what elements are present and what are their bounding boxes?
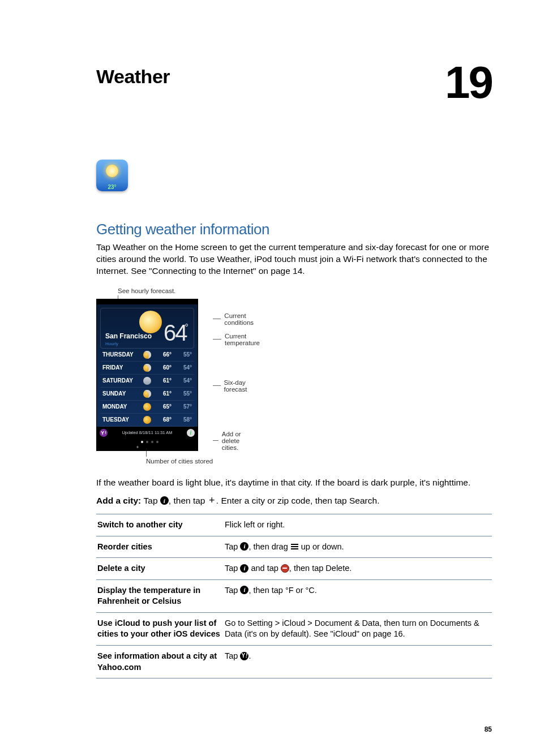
task-name: Display the temperature in Fahrenheit or… <box>96 579 224 612</box>
forecast-day: MONDAY <box>102 403 136 410</box>
current-temperature: 64° <box>164 320 189 346</box>
yahoo-icon: Y <box>240 652 248 660</box>
forecast-low: 55° <box>178 351 192 358</box>
app-icon-temp: 23° <box>96 184 128 190</box>
updated-timestamp: Updated 8/18/11 11:31 AM <box>108 430 187 435</box>
task-name: Reorder cities <box>96 536 224 558</box>
forecast-high: 61° <box>158 377 172 384</box>
section-heading: Getting weather information <box>96 221 492 238</box>
task-instruction: Tap Y. <box>224 645 492 678</box>
forecast-row: MONDAY65°57° <box>100 401 194 414</box>
task-name: Switch to another city <box>96 514 224 536</box>
task-instruction: Tap i, then drag up or down. <box>224 536 492 558</box>
daytime-nighttime-note: If the weather board is light blue, it's… <box>96 476 492 489</box>
forecast-high: 66° <box>158 351 172 358</box>
forecast-day: SATURDAY <box>102 377 136 384</box>
task-instruction: Go to Setting > iCloud > Document & Data… <box>224 612 492 645</box>
task-instruction: Flick left or right. <box>224 514 492 536</box>
weather-figure: See hourly forecast. San Francisco Hourl… <box>96 287 492 465</box>
forecast-low: 55° <box>178 390 192 397</box>
forecast-day: SUNDAY <box>102 390 136 397</box>
forecast-row: SUNDAY61°55° <box>100 388 194 401</box>
table-row: Use iCloud to push your list of cities t… <box>96 612 492 645</box>
callout-six-day: Six-day forecast <box>224 379 252 393</box>
forecast-low: 54° <box>178 364 192 371</box>
intro-paragraph: Tap Weather on the Home screen to get th… <box>96 242 492 277</box>
callout-hourly: See hourly forecast. <box>118 287 213 294</box>
drag-handle-icon <box>290 542 299 551</box>
info-button[interactable]: i <box>187 429 195 437</box>
add-city-instruction: Add a city: Tap i, then tap +. Enter a c… <box>96 496 492 506</box>
forecast-day: FRIDAY <box>102 364 136 371</box>
tasks-table: Switch to another cityFlick left or righ… <box>96 514 492 678</box>
callout-number-stored: Number of cities stored <box>146 458 213 465</box>
task-name: Delete a city <box>96 558 224 580</box>
forecast-row: FRIDAY60°54° <box>100 362 194 375</box>
info-icon: i <box>240 564 248 573</box>
weather-app-icon: 23° <box>96 160 128 191</box>
weather-icon <box>143 351 151 359</box>
info-icon: i <box>240 586 248 594</box>
page-dots[interactable] <box>96 439 198 451</box>
sun-glyph <box>106 165 118 177</box>
callout-add-delete: Add or delete cities. <box>222 431 247 451</box>
forecast-high: 65° <box>158 403 172 410</box>
weather-icon <box>143 390 151 398</box>
forecast-high: 61° <box>158 390 172 397</box>
callout-current-conditions: Current conditions <box>224 312 258 326</box>
weather-icon <box>143 403 151 411</box>
city-name: San Francisco <box>105 332 152 340</box>
task-name: Use iCloud to push your list of cities t… <box>96 612 224 645</box>
table-row: Display the temperature in Fahrenheit or… <box>96 579 492 612</box>
yahoo-icon[interactable]: Y <box>100 429 108 437</box>
forecast-row: SATURDAY61°54° <box>100 375 194 388</box>
sun-icon <box>139 311 162 333</box>
task-name: See information about a city at Yahoo.co… <box>96 645 224 678</box>
forecast-high: 68° <box>158 416 172 423</box>
table-row: Delete a cityTap i and tap , then tap De… <box>96 558 492 580</box>
task-instruction: Tap i and tap , then tap Delete. <box>224 558 492 580</box>
info-icon: i <box>160 496 169 505</box>
forecast-row: THURSDAY66°55° <box>100 349 194 362</box>
task-instruction: Tap i, then tap °F or °C. <box>224 579 492 612</box>
hourly-link[interactable]: Hourly <box>105 341 118 346</box>
weather-icon <box>143 416 151 424</box>
chapter-number: 19 <box>445 62 492 103</box>
current-conditions-panel: San Francisco Hourly 64° <box>100 308 194 349</box>
forecast-high: 60° <box>158 364 172 371</box>
delete-minus-icon <box>281 564 289 573</box>
forecast-low: 57° <box>178 403 192 410</box>
table-row: Reorder citiesTap i, then drag up or dow… <box>96 536 492 558</box>
info-icon: i <box>240 542 248 551</box>
chapter-title: Weather <box>96 66 170 88</box>
table-row: Switch to another cityFlick left or righ… <box>96 514 492 536</box>
forecast-low: 58° <box>178 416 192 423</box>
page-number: 85 <box>485 725 492 733</box>
forecast-day: THURSDAY <box>102 351 136 358</box>
weather-icon <box>143 364 151 372</box>
forecast-low: 54° <box>178 377 192 384</box>
forecast-row: TUESDAY68°58° <box>100 414 194 427</box>
location-dot-icon <box>136 441 138 443</box>
forecast-day: TUESDAY <box>102 416 136 423</box>
table-row: See information about a city at Yahoo.co… <box>96 645 492 678</box>
plus-icon: + <box>208 496 216 505</box>
callout-current-temperature: Current temperature <box>225 333 264 346</box>
weather-icon <box>143 377 151 385</box>
